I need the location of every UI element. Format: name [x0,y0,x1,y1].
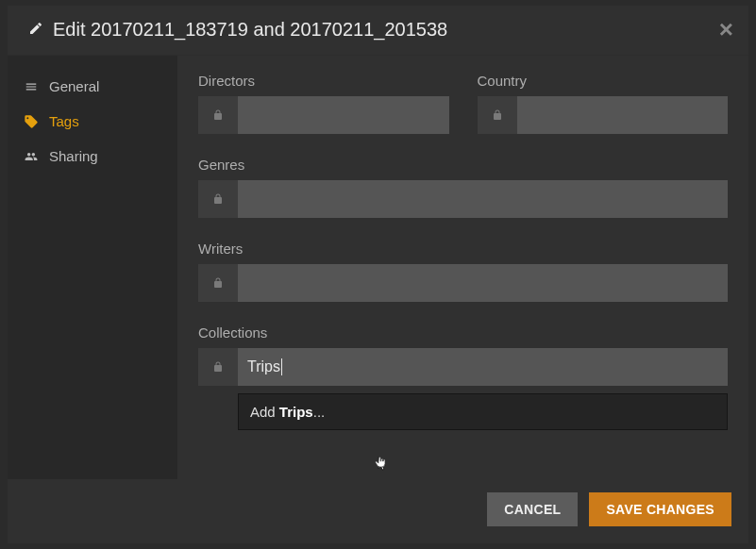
field-country: Country [478,73,729,134]
field-collections: Collections Trips Add Trips... [198,324,728,430]
lock-icon[interactable] [478,96,517,134]
collections-input[interactable]: Trips [238,348,728,386]
genres-input[interactable] [238,180,728,218]
collections-input-value: Trips [247,358,280,375]
autocomplete-prefix: Add [250,404,279,420]
label-collections: Collections [198,324,728,341]
field-writers: Writers [198,241,728,302]
modal-header: Edit 20170211_183719 and 20170211_201538… [8,6,748,56]
country-input[interactable] [517,96,729,134]
modal-body: General Tags Sharing Directors [8,56,748,479]
sidebar-item-label: Tags [49,113,79,129]
autocomplete-suffix: ... [313,404,326,420]
label-genres: Genres [198,157,728,173]
modal-title-wrap: Edit 20170211_183719 and 20170211_201538 [28,19,447,41]
sidebar-item-label: Sharing [49,148,98,164]
sidebar: General Tags Sharing [8,56,177,479]
autocomplete-match: Trips [279,404,313,420]
sidebar-item-general[interactable]: General [8,69,177,104]
lock-icon[interactable] [198,264,238,302]
lock-icon[interactable] [198,348,238,386]
sidebar-item-sharing[interactable]: Sharing [8,139,177,174]
writers-input[interactable] [238,264,728,302]
field-directors: Directors [198,73,449,134]
hamburger-icon [23,80,40,93]
label-writers: Writers [198,241,728,257]
text-caret [281,358,282,375]
sidebar-item-tags[interactable]: Tags [8,104,177,139]
field-genres: Genres [198,157,728,218]
people-icon [23,150,40,163]
save-button[interactable]: SAVE CHANGES [589,492,731,526]
lock-icon[interactable] [198,96,238,134]
modal-title: Edit 20170211_183719 and 20170211_201538 [53,19,447,41]
autocomplete-option[interactable]: Add Trips... [238,393,728,430]
modal-footer: CANCEL SAVE CHANGES [8,479,748,543]
close-icon[interactable]: × [719,17,733,42]
pencil-icon [28,19,43,41]
tags-icon [23,114,40,129]
lock-icon[interactable] [198,180,238,218]
edit-modal: Edit 20170211_183719 and 20170211_201538… [8,6,748,543]
cancel-button[interactable]: CANCEL [487,492,578,526]
content-panel: Directors Country [177,56,748,479]
sidebar-item-label: General [49,78,99,94]
label-country: Country [478,73,729,89]
directors-input[interactable] [238,96,449,134]
label-directors: Directors [198,73,449,89]
